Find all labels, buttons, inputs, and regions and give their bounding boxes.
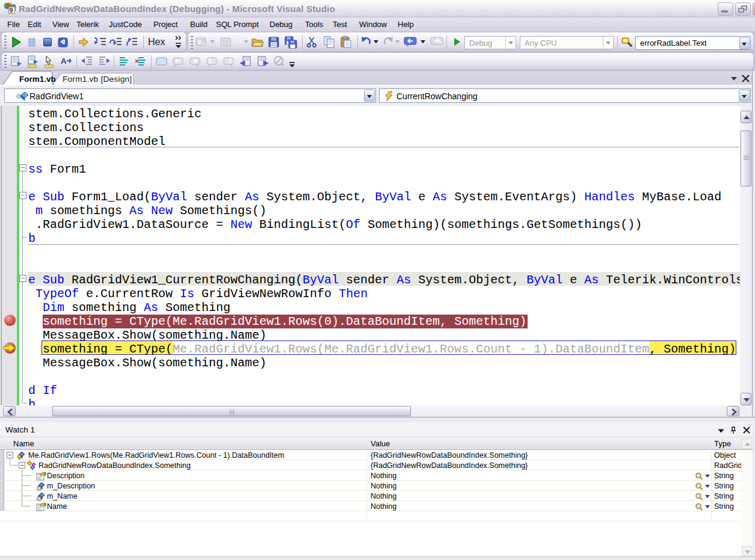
- svg-text:A: A: [61, 57, 67, 66]
- svg-text:9: 9: [10, 7, 13, 14]
